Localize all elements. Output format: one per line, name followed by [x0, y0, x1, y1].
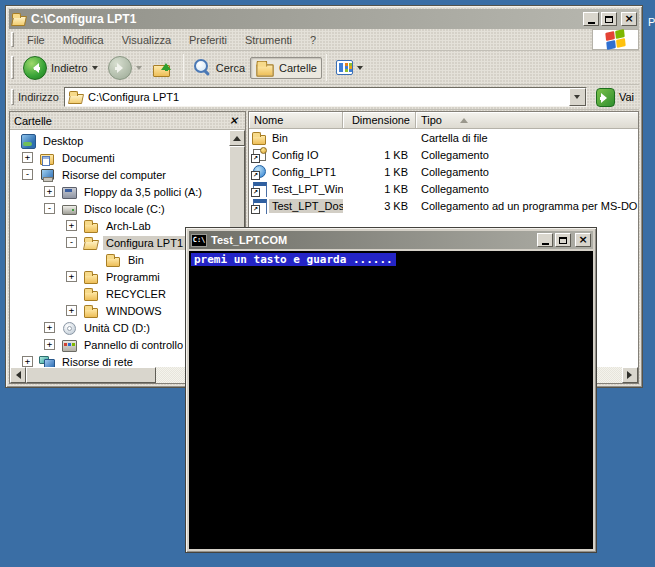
address-combobox[interactable]: C:\Configura LPT1: [64, 87, 587, 107]
file-type: Collegamento: [416, 166, 638, 178]
maximize-icon: [605, 16, 613, 23]
folders-pane-close-button[interactable]: ×: [226, 114, 241, 128]
collapse-toggle[interactable]: -: [44, 203, 55, 214]
file-size: 1 KB: [343, 149, 416, 161]
dos-maximize-button[interactable]: [555, 233, 571, 247]
tree-item-desktop[interactable]: Desktop: [10, 132, 245, 149]
toolbar-separator: [183, 54, 184, 80]
menu-help[interactable]: ?: [301, 34, 325, 46]
tree-item-label: Disco locale (C:): [81, 202, 168, 216]
expand-toggle[interactable]: +: [66, 271, 77, 282]
tree-item-label: WINDOWS: [103, 304, 165, 318]
close-button[interactable]: ×: [621, 12, 637, 26]
back-button[interactable]: Indietro: [18, 53, 103, 83]
menu-visualizza[interactable]: Visualizza: [113, 34, 180, 46]
scroll-up-button[interactable]: [229, 130, 245, 146]
minimize-button[interactable]: [583, 12, 599, 26]
search-label: Cerca: [216, 62, 245, 74]
windows-logo: [592, 29, 639, 50]
go-label: Vai: [619, 91, 634, 103]
search-button[interactable]: Cerca: [188, 55, 250, 80]
file-row-test-lpt-win[interactable]: Test_LPT_Win 1 KB Collegamento: [249, 180, 638, 197]
close-icon: ×: [229, 116, 238, 126]
menu-strumenti[interactable]: Strumenti: [236, 34, 301, 46]
column-header-label: Tipo: [421, 114, 442, 126]
expand-toggle[interactable]: +: [44, 322, 55, 333]
maximize-button[interactable]: [601, 12, 617, 26]
control-panel-icon: [61, 337, 77, 353]
file-row-test-lpt-dos[interactable]: Test_LPT_Dos 3 KB Collegamento ad un pro…: [249, 197, 638, 214]
folders-pane-header: Cartelle ×: [10, 112, 245, 130]
forward-button[interactable]: [103, 53, 147, 83]
rebar-gripper[interactable]: [11, 56, 14, 79]
file-row-bin[interactable]: Bin Cartella di file: [249, 129, 638, 146]
scrollbar-thumb[interactable]: [26, 367, 156, 383]
dos-close-button[interactable]: ×: [575, 233, 591, 247]
collapse-toggle[interactable]: -: [66, 237, 77, 248]
expand-toggle[interactable]: +: [66, 305, 77, 316]
menu-preferiti[interactable]: Preferiti: [180, 34, 236, 46]
file-size: 3 KB: [343, 200, 416, 212]
tree-item-floppy-a[interactable]: + Floppy da 3,5 pollici (A:): [10, 183, 245, 200]
menu-modifica[interactable]: Modifica: [54, 34, 113, 46]
address-bar: Indirizzo C:\Configura LPT1 Vai: [9, 85, 639, 110]
dos-titlebar[interactable]: Test_LPT.COM ×: [189, 231, 593, 249]
collapse-toggle[interactable]: -: [22, 169, 33, 180]
folders-button[interactable]: Cartelle: [250, 57, 322, 79]
column-header-dimensione[interactable]: Dimensione: [343, 112, 416, 129]
explorer-title: C:\Configura LPT1: [31, 12, 579, 26]
toolbar: Indietro Cerca Cartelle: [9, 51, 639, 85]
forward-dropdown-icon[interactable]: [136, 66, 142, 70]
address-dropdown-button[interactable]: [569, 88, 586, 106]
tree-item-documenti[interactable]: + Documenti: [10, 149, 245, 166]
back-dropdown-icon[interactable]: [92, 66, 98, 70]
up-button[interactable]: [147, 54, 179, 82]
folder-icon: [251, 130, 267, 146]
column-header-tipo[interactable]: Tipo: [416, 112, 638, 129]
floppy-drive-icon: [61, 184, 77, 200]
file-row-config-io[interactable]: Config IO 1 KB Collegamento: [249, 146, 638, 163]
expand-toggle[interactable]: +: [22, 356, 33, 367]
folders-icon: [255, 58, 275, 78]
hard-disk-icon: [61, 201, 77, 217]
desktop-icon: [20, 133, 36, 149]
menu-file[interactable]: File: [18, 34, 54, 46]
explorer-titlebar[interactable]: C:\Configura LPT1 ×: [9, 9, 639, 29]
back-icon: [23, 56, 47, 80]
expand-toggle[interactable]: +: [44, 186, 55, 197]
dos-output-line: premi un tasto e guarda ......: [191, 253, 396, 266]
menu-bar: File Modifica Visualizza Preferiti Strum…: [9, 29, 639, 51]
scroll-right-button[interactable]: [622, 367, 638, 383]
rebar-gripper[interactable]: [11, 89, 14, 106]
file-size: 1 KB: [343, 166, 416, 178]
expand-toggle[interactable]: +: [44, 339, 55, 350]
tree-item-label: Desktop: [40, 134, 86, 148]
tree-item-label: Bin: [125, 253, 147, 267]
tree-item-label: Programmi: [103, 270, 163, 284]
views-button[interactable]: [331, 57, 368, 78]
my-computer-icon: [39, 167, 55, 183]
file-row-config-lpt1[interactable]: Config_LPT1 1 KB Collegamento: [249, 163, 638, 180]
scroll-left-button[interactable]: [10, 367, 26, 383]
list-header: Nome Dimensione Tipo: [249, 112, 638, 129]
address-value[interactable]: C:\Configura LPT1: [88, 91, 565, 103]
gear-shortcut-icon: [251, 147, 267, 163]
tree-item-label: Risorse del computer: [59, 168, 169, 182]
dos-minimize-button[interactable]: [537, 233, 553, 247]
documents-folder-icon: [39, 150, 55, 166]
views-dropdown-icon[interactable]: [357, 66, 363, 70]
expand-toggle[interactable]: +: [22, 152, 33, 163]
tree-item-disco-locale-c[interactable]: - Disco locale (C:): [10, 200, 245, 217]
go-button[interactable]: Vai: [593, 87, 637, 108]
windows-flag-icon: [605, 29, 625, 50]
column-header-nome[interactable]: Nome: [249, 112, 343, 129]
dos-console[interactable]: premi un tasto e guarda ......: [189, 251, 593, 549]
expand-toggle[interactable]: +: [66, 220, 77, 231]
tree-item-risorse-del-computer[interactable]: - Risorse del computer: [10, 166, 245, 183]
folder-icon: [83, 286, 99, 302]
file-name: Bin: [269, 131, 291, 145]
folder-open-icon: [68, 89, 84, 105]
arrow-up-icon: [233, 132, 241, 141]
toolbar-separator: [326, 54, 327, 80]
rebar-gripper[interactable]: [11, 32, 14, 47]
